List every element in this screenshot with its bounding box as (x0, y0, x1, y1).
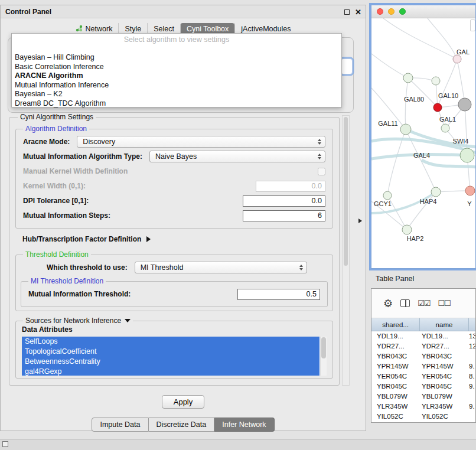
algorithm-definition-title: Algorithm Definition (23, 125, 89, 133)
zoom-traffic-light-icon[interactable] (399, 8, 406, 15)
table-cell: 9. (469, 402, 475, 412)
mi-steps-input[interactable] (243, 210, 325, 221)
algorithm-option[interactable]: ARACNE Algorithm (12, 71, 341, 81)
attribute-item[interactable]: TopologicalCoefficient (22, 347, 319, 357)
manual-kernel-checkbox[interactable] (318, 168, 325, 175)
network-node-label: HAP4 (420, 198, 437, 205)
focused-spinner-fragment[interactable] (341, 58, 353, 74)
gear-icon[interactable]: ⚙ (383, 298, 393, 309)
table-cell: 9. (469, 361, 475, 371)
algorithm-definition-group: Algorithm Definition Aracne Mode: Discov… (15, 125, 333, 229)
scrollbar-thumb[interactable] (321, 337, 326, 358)
table-cell: 9. (469, 381, 475, 392)
table-cell: YER054C (420, 371, 469, 381)
minimize-traffic-light-icon[interactable] (388, 8, 395, 15)
network-node[interactable] (403, 73, 413, 83)
table-cell: YLR345W (420, 402, 469, 412)
network-graph: GALGAL80GAL10GAL11GAL1SWI4GAL4GCY1HAP4YH… (371, 18, 475, 269)
close-traffic-light-icon[interactable] (377, 8, 383, 15)
algorithm-option[interactable]: Mutual Information Inference (12, 81, 341, 90)
select-all-checkboxes-icon[interactable]: ☑☑ (418, 299, 430, 307)
scrollbar-thumb[interactable] (344, 117, 348, 266)
network-node[interactable] (432, 77, 440, 85)
table-row[interactable]: YBR045CYBR045C9. (371, 381, 475, 392)
aracne-mode-select[interactable]: Discovery (77, 136, 325, 148)
hub-definition-toggle[interactable]: Hub/Transcription Factor Definition (22, 235, 331, 243)
columns-icon[interactable] (400, 299, 410, 307)
table-cell: YPR145W (371, 361, 420, 371)
network-node-label: Y (467, 200, 472, 207)
float-window-icon[interactable] (344, 9, 350, 15)
mi-type-select[interactable]: Naive Bayes (149, 151, 325, 162)
mi-type-label: Mutual Information Algorithm Type: (23, 152, 142, 161)
network-canvas[interactable]: GALGAL80GAL10GAL11GAL1SWI4GAL4GCY1HAP4YH… (371, 18, 475, 269)
table-cell: 13 (469, 331, 475, 341)
tab-label: Select (154, 25, 174, 33)
algorithm-dropdown-list: Bayesian – Hill ClimbingBasic Correlatio… (12, 53, 341, 108)
window-title: Control Panel (5, 8, 51, 16)
algorithm-option[interactable]: Basic Correlation Inference (12, 63, 341, 72)
minimized-panel-icon[interactable] (2, 441, 8, 447)
table-cell: YBR043C (371, 351, 420, 361)
sources-toggle[interactable]: Sources for Network Inference (23, 317, 133, 325)
network-node[interactable] (431, 187, 441, 197)
table-panel-title: Table Panel (376, 275, 414, 283)
mi-type-value: Naive Bayes (155, 152, 197, 161)
column-header-shared-name[interactable]: shared... (371, 318, 420, 331)
which-threshold-select[interactable]: MI Threshold (135, 262, 307, 273)
table-cell: 12 (469, 341, 475, 351)
manual-kernel-label: Manual Kernel Width Definition (23, 167, 128, 175)
column-header-extra[interactable] (469, 318, 475, 331)
attribute-item[interactable]: gal4RGexp (22, 367, 319, 376)
table-row[interactable]: YER054CYER054C8. (371, 371, 475, 381)
aracne-mode-value: Discovery (83, 138, 115, 146)
network-scrollbar[interactable] (470, 19, 475, 31)
algorithm-option[interactable]: Bayesian – Hill Climbing (12, 53, 341, 63)
table-cell (469, 412, 475, 422)
collapse-down-icon (125, 319, 131, 322)
cyni-algorithm-settings-group: Cyni Algorithm Settings Algorithm Defini… (9, 113, 340, 386)
dpi-tolerance-input[interactable] (243, 195, 325, 207)
mi-threshold-input[interactable] (237, 289, 320, 300)
network-node-label: GAL4 (413, 152, 430, 159)
collapse-right-icon (146, 236, 151, 242)
network-node[interactable] (453, 55, 461, 63)
tab-discretize-data[interactable]: Discretize Data (149, 418, 215, 432)
network-node[interactable] (383, 191, 392, 200)
network-node-label: GAL (457, 48, 470, 56)
column-header-name[interactable]: name (420, 318, 469, 331)
table-row[interactable]: YPR145WYPR145W9. (371, 361, 475, 371)
table-row[interactable]: YBL079WYBL079W (371, 392, 475, 402)
table-row[interactable]: YIL052CYIL052C (371, 412, 475, 422)
algorithm-option[interactable]: Bayesian – K2 (12, 90, 341, 99)
table-row[interactable]: YLR345WYLR345W9. (371, 402, 475, 412)
attribute-item[interactable]: SelfLoops (22, 337, 319, 347)
network-node[interactable] (402, 225, 412, 234)
algorithm-option[interactable]: Dream8 DC_TDC Algorithm (12, 99, 341, 109)
hub-definition-label: Hub/Transcription Factor Definition (22, 235, 141, 243)
network-node[interactable] (441, 124, 449, 132)
table-row[interactable]: YDR27...YDR27...12 (371, 341, 475, 351)
deselect-all-checkboxes-icon[interactable]: ☐☐ (438, 299, 450, 307)
bottom-tabbar: Impute Data Discretize Data Infer Networ… (1, 418, 366, 432)
tab-infer-network[interactable]: Infer Network (214, 418, 274, 432)
network-node[interactable] (433, 103, 442, 112)
table-row[interactable]: YBR043CYBR043C (371, 351, 475, 361)
network-node[interactable] (458, 98, 471, 111)
dpi-tolerance-label: DPI Tolerance [0,1]: (23, 197, 89, 205)
network-node[interactable] (460, 148, 474, 162)
table-row[interactable]: YDL19...YDL19...13 (371, 331, 475, 341)
network-node[interactable] (400, 124, 411, 135)
table-cell: YPR145W (420, 361, 469, 371)
attribute-item[interactable]: BetweennessCentrality (22, 357, 319, 367)
settings-scrollbar[interactable] (342, 115, 350, 386)
kernel-width-input[interactable] (256, 181, 325, 192)
chevron-updown-icon (318, 139, 321, 145)
network-node[interactable] (465, 186, 475, 195)
panel-splitter-arrow[interactable] (358, 219, 362, 223)
close-icon[interactable]: ✕ (355, 8, 361, 16)
attribute-list-scrollbar[interactable] (320, 337, 327, 376)
tab-impute-data[interactable]: Impute Data (92, 418, 148, 432)
table-cell: YDL19... (420, 331, 469, 341)
apply-button[interactable]: Apply (162, 395, 204, 409)
